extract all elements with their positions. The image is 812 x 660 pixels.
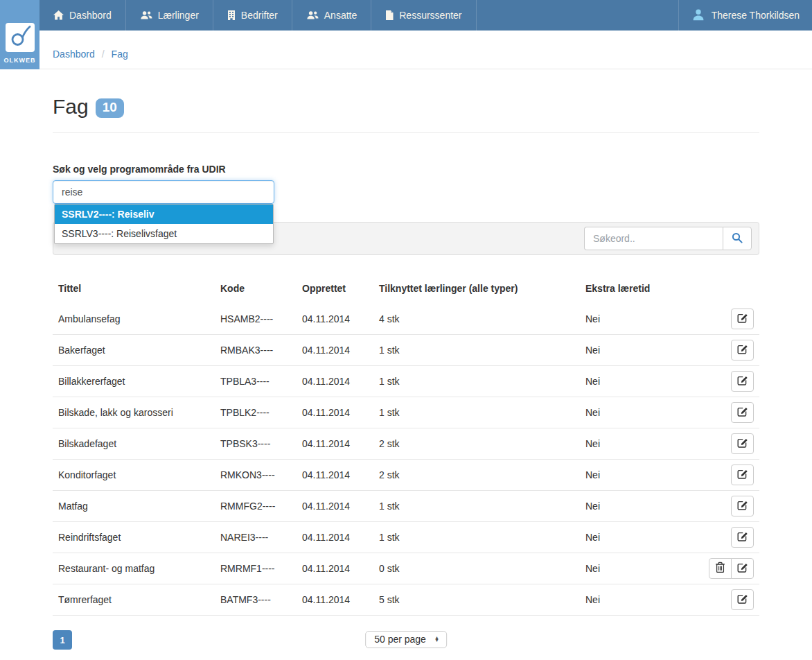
edit-icon <box>736 593 748 607</box>
edit-button[interactable] <box>731 371 754 392</box>
row-actions <box>731 309 754 329</box>
edit-button[interactable] <box>731 464 754 485</box>
cell-kode: RMBAK3---- <box>215 335 297 366</box>
cell-ekstra-laeretid: Nei <box>580 335 698 366</box>
udir-search-label: Søk og velg programområde fra UDIR <box>53 164 759 175</box>
table-body: Ambulansefag HSAMB2---- 04.11.2014 4 stk… <box>53 304 759 616</box>
cell-ekstra-laeretid: Nei <box>580 304 698 335</box>
edit-button[interactable] <box>731 527 754 548</box>
cell-opprettet: 04.11.2014 <box>297 553 373 584</box>
table-row: Restaurant- og matfag RMRMF1---- 04.11.2… <box>53 553 759 584</box>
user-menu[interactable]: Therese Thorkildsen <box>678 0 812 31</box>
edit-button[interactable] <box>731 340 754 361</box>
nav-item-dashbord[interactable]: Dashbord <box>39 0 126 31</box>
cell-actions <box>698 366 759 397</box>
cell-opprettet: 04.11.2014 <box>297 460 373 491</box>
per-page-select[interactable]: 50 per page ▲▼ <box>365 631 447 648</box>
cell-opprettet: 04.11.2014 <box>297 366 373 397</box>
nav-item-laerlinger[interactable]: Lærlinger <box>126 0 213 31</box>
cell-actions <box>698 428 759 460</box>
edit-icon <box>736 562 748 575</box>
cell-ekstra-laeretid: Nei <box>580 397 698 428</box>
edit-icon <box>736 499 748 513</box>
cell-tittel: Bilskade, lakk og karosseri <box>53 397 215 428</box>
cell-kode: BATMF3---- <box>215 584 297 616</box>
table-row: Bilskadefaget TPBSK3---- 04.11.2014 2 st… <box>53 428 759 460</box>
suggestion-item-active[interactable]: SSRLV2----: Reiseliv <box>55 205 273 224</box>
search-button[interactable] <box>723 227 752 250</box>
edit-button[interactable] <box>731 496 754 516</box>
fag-table: Tittel Kode Opprettet Tilknyttet lærling… <box>53 280 759 616</box>
cell-laerlinger: 1 stk <box>373 366 580 397</box>
search-icon <box>732 232 743 245</box>
header-opprettet: Opprettet <box>297 280 373 304</box>
nav-item-label: Dashbord <box>69 10 112 21</box>
nav-item-ressurssenter[interactable]: Ressurssenter <box>371 0 476 31</box>
row-actions <box>731 496 754 516</box>
title-divider <box>53 132 759 133</box>
cell-kode: RMKON3---- <box>215 460 297 491</box>
edit-button[interactable] <box>731 558 754 579</box>
header-tittel: Tittel <box>53 280 215 304</box>
cell-kode: NAREI3---- <box>215 522 297 553</box>
cell-kode: RMRMF1---- <box>215 553 297 584</box>
edit-button[interactable] <box>731 433 754 454</box>
table-footer: 1 50 per page ▲▼ <box>53 630 759 651</box>
cell-opprettet: 04.11.2014 <box>297 491 373 522</box>
per-page-value: 50 per page <box>374 634 426 645</box>
cell-tittel: Reindriftsfaget <box>53 522 215 553</box>
udir-search-input[interactable] <box>53 180 274 204</box>
keyword-search-input[interactable] <box>584 227 723 250</box>
breadcrumb-item-dashbord[interactable]: Dashbord <box>53 49 95 60</box>
suggestion-item[interactable]: SSRLV3----: Reiselivsfaget <box>55 224 273 243</box>
home-icon <box>53 10 64 20</box>
keyword-search-group <box>584 227 752 250</box>
cell-kode: TPBLK2---- <box>215 397 297 428</box>
cell-actions <box>698 304 759 335</box>
app-root: Dashbord Lærlinger Bedrifter Ansatte Res… <box>0 0 812 651</box>
row-actions <box>709 558 754 579</box>
breadcrumb-separator: / <box>102 49 105 60</box>
delete-button[interactable] <box>709 558 732 579</box>
row-actions <box>731 589 754 610</box>
cell-laerlinger: 4 stk <box>373 304 580 335</box>
cell-actions <box>698 522 759 553</box>
logo-glyph <box>6 23 35 52</box>
cell-opprettet: 04.11.2014 <box>297 584 373 616</box>
nav-item-label: Lærlinger <box>158 10 199 21</box>
file-icon <box>385 10 394 20</box>
table-row: Matfag RMMFG2---- 04.11.2014 1 stk Nei <box>53 491 759 522</box>
cell-actions <box>698 397 759 428</box>
edit-button[interactable] <box>731 589 754 610</box>
edit-button[interactable] <box>731 402 754 423</box>
page-button-1[interactable]: 1 <box>53 630 72 650</box>
cell-tittel: Billakkererfaget <box>53 366 215 397</box>
users-icon <box>140 10 152 20</box>
cell-actions <box>698 553 759 584</box>
cell-opprettet: 04.11.2014 <box>297 335 373 366</box>
row-actions <box>731 402 754 423</box>
main-content: Fag 10 Søk og velg programområde fra UDI… <box>53 95 759 651</box>
row-actions <box>731 340 754 361</box>
app-logo[interactable]: OLKWEB <box>0 0 39 69</box>
nav-item-label: Bedrifter <box>241 10 278 21</box>
row-actions <box>731 527 754 548</box>
logo-text: OLKWEB <box>0 57 39 64</box>
trash-icon <box>715 562 725 575</box>
table-row: Bilskade, lakk og karosseri TPBLK2---- 0… <box>53 397 759 428</box>
cell-laerlinger: 5 stk <box>373 584 580 616</box>
breadcrumb-item-fag[interactable]: Fag <box>112 49 128 60</box>
user-icon <box>691 8 705 24</box>
users-icon <box>306 10 319 20</box>
cell-tittel: Bakerfaget <box>53 335 215 366</box>
cell-laerlinger: 1 stk <box>373 491 580 522</box>
count-badge: 10 <box>96 98 124 119</box>
cell-ekstra-laeretid: Nei <box>580 460 698 491</box>
cell-laerlinger: 2 stk <box>373 460 580 491</box>
cell-actions <box>698 335 759 366</box>
cell-laerlinger: 1 stk <box>373 522 580 553</box>
nav-item-bedrifter[interactable]: Bedrifter <box>213 0 292 31</box>
edit-button[interactable] <box>731 309 754 329</box>
header-laerlinger: Tilknyttet lærlinger (alle typer) <box>373 280 580 304</box>
nav-item-ansatte[interactable]: Ansatte <box>292 0 371 31</box>
